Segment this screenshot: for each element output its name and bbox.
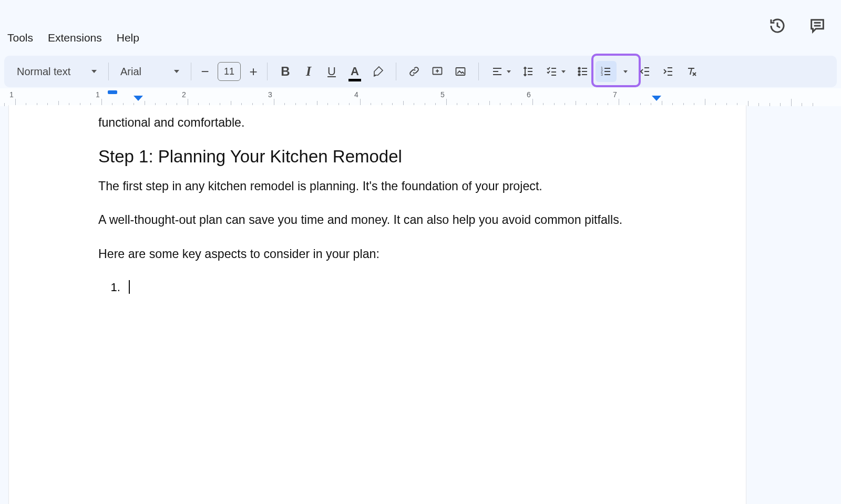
- underline-button[interactable]: U: [321, 61, 342, 82]
- svg-point-17: [578, 74, 580, 75]
- right-indent-icon[interactable]: [652, 96, 661, 101]
- menubar: Tools Extensions Help: [7, 32, 139, 44]
- increase-indent-button[interactable]: [658, 61, 679, 82]
- line-spacing-button[interactable]: [518, 61, 539, 82]
- italic-button[interactable]: I: [298, 61, 319, 82]
- paragraph: The first step in any kitchen remodel is…: [98, 178, 657, 194]
- first-line-indent-icon[interactable]: [108, 90, 117, 94]
- numbered-list-dropdown[interactable]: [619, 61, 632, 82]
- paragraph: functional and comfortable.: [98, 115, 657, 131]
- align-button[interactable]: [486, 61, 516, 82]
- comment-icon[interactable]: [808, 17, 826, 35]
- svg-text:3: 3: [601, 73, 603, 76]
- svg-point-16: [578, 70, 580, 72]
- text-color-button[interactable]: A: [344, 61, 365, 82]
- font-size-increase[interactable]: +: [246, 64, 261, 80]
- font-label: Arial: [120, 66, 141, 78]
- paragraph: Here are some key aspects to consider in…: [98, 246, 657, 262]
- paragraph: A well-thought-out plan can save you tim…: [98, 212, 657, 228]
- clear-formatting-button[interactable]: [681, 61, 702, 82]
- font-size-input[interactable]: 11: [218, 62, 241, 81]
- add-comment-button[interactable]: [427, 61, 448, 82]
- text-cursor-icon: [129, 280, 130, 294]
- toolbar: Normal text Arial − 11 + B I U A: [4, 56, 837, 87]
- checklist-button[interactable]: [541, 61, 570, 82]
- highlight-color-button[interactable]: [367, 61, 388, 82]
- insert-link-button[interactable]: [404, 61, 425, 82]
- svg-point-15: [578, 67, 580, 69]
- heading-step1: Step 1: Planning Your Kitchen Remodel: [98, 147, 657, 167]
- document-page[interactable]: functional and comfortable. Step 1: Plan…: [8, 105, 746, 504]
- styles-dropdown[interactable]: Normal text: [12, 61, 102, 82]
- ruler[interactable]: 11234567: [0, 88, 841, 106]
- styles-label: Normal text: [17, 66, 70, 78]
- font-dropdown[interactable]: Arial: [115, 61, 184, 82]
- bulleted-list-button[interactable]: [572, 61, 593, 82]
- numbered-list-button[interactable]: 1 2 3: [596, 61, 617, 82]
- font-size-decrease[interactable]: −: [198, 64, 212, 80]
- decrease-indent-button[interactable]: [634, 61, 655, 82]
- menu-extensions[interactable]: Extensions: [48, 32, 102, 44]
- menu-tools[interactable]: Tools: [7, 32, 33, 44]
- bold-button[interactable]: B: [275, 61, 296, 82]
- list-item: [124, 280, 657, 294]
- insert-image-button[interactable]: [450, 61, 471, 82]
- left-indent-icon[interactable]: [134, 96, 143, 101]
- menu-help[interactable]: Help: [117, 32, 139, 44]
- history-icon[interactable]: [768, 17, 786, 35]
